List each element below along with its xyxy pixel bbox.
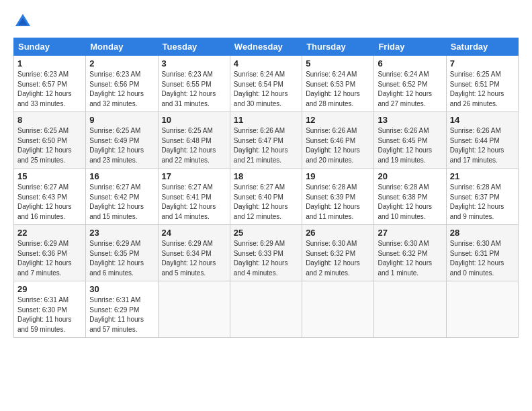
calendar-cell: 3Sunrise: 6:23 AM Sunset: 6:55 PM Daylig… bbox=[158, 56, 230, 112]
day-info: Sunrise: 6:26 AM Sunset: 6:47 PM Dayligh… bbox=[234, 126, 298, 165]
day-number: 22 bbox=[17, 228, 82, 238]
day-info: Sunrise: 6:26 AM Sunset: 6:44 PM Dayligh… bbox=[450, 126, 515, 165]
day-number: 21 bbox=[450, 171, 515, 181]
day-number: 16 bbox=[89, 171, 154, 181]
day-info: Sunrise: 6:28 AM Sunset: 6:38 PM Dayligh… bbox=[378, 183, 442, 222]
logo-icon bbox=[13, 12, 32, 31]
day-number: 2 bbox=[89, 58, 154, 68]
day-number: 20 bbox=[378, 171, 442, 181]
calendar-cell: 26Sunrise: 6:30 AM Sunset: 6:32 PM Dayli… bbox=[302, 225, 374, 281]
day-info: Sunrise: 6:29 AM Sunset: 6:35 PM Dayligh… bbox=[89, 239, 154, 278]
day-number: 8 bbox=[17, 115, 82, 125]
calendar-cell: 10Sunrise: 6:25 AM Sunset: 6:48 PM Dayli… bbox=[158, 112, 230, 169]
day-info: Sunrise: 6:23 AM Sunset: 6:57 PM Dayligh… bbox=[17, 70, 82, 109]
calendar-cell bbox=[302, 281, 374, 338]
day-info: Sunrise: 6:24 AM Sunset: 6:52 PM Dayligh… bbox=[378, 70, 442, 109]
day-info: Sunrise: 6:27 AM Sunset: 6:41 PM Dayligh… bbox=[162, 183, 226, 222]
day-info: Sunrise: 6:27 AM Sunset: 6:42 PM Dayligh… bbox=[89, 183, 154, 222]
calendar-header-saturday: Saturday bbox=[446, 38, 518, 56]
calendar-cell: 2Sunrise: 6:23 AM Sunset: 6:56 PM Daylig… bbox=[86, 56, 158, 112]
day-info: Sunrise: 6:29 AM Sunset: 6:34 PM Dayligh… bbox=[162, 239, 226, 278]
calendar-header-tuesday: Tuesday bbox=[158, 38, 230, 56]
day-info: Sunrise: 6:24 AM Sunset: 6:53 PM Dayligh… bbox=[306, 70, 370, 109]
calendar-cell: 23Sunrise: 6:29 AM Sunset: 6:35 PM Dayli… bbox=[86, 225, 158, 281]
calendar-header-monday: Monday bbox=[86, 38, 158, 56]
day-info: Sunrise: 6:23 AM Sunset: 6:55 PM Dayligh… bbox=[162, 70, 226, 109]
calendar-cell: 17Sunrise: 6:27 AM Sunset: 6:41 PM Dayli… bbox=[158, 169, 230, 225]
calendar-cell: 11Sunrise: 6:26 AM Sunset: 6:47 PM Dayli… bbox=[230, 112, 302, 169]
calendar-cell: 24Sunrise: 6:29 AM Sunset: 6:34 PM Dayli… bbox=[158, 225, 230, 281]
calendar-cell: 1Sunrise: 6:23 AM Sunset: 6:57 PM Daylig… bbox=[14, 56, 86, 112]
calendar-cell: 4Sunrise: 6:24 AM Sunset: 6:54 PM Daylig… bbox=[230, 56, 302, 112]
day-info: Sunrise: 6:30 AM Sunset: 6:31 PM Dayligh… bbox=[450, 239, 515, 278]
day-info: Sunrise: 6:29 AM Sunset: 6:33 PM Dayligh… bbox=[234, 239, 298, 278]
day-number: 5 bbox=[306, 58, 370, 68]
day-number: 7 bbox=[450, 58, 515, 68]
day-number: 12 bbox=[306, 115, 370, 125]
calendar-cell: 6Sunrise: 6:24 AM Sunset: 6:52 PM Daylig… bbox=[374, 56, 446, 112]
calendar-cell: 8Sunrise: 6:25 AM Sunset: 6:50 PM Daylig… bbox=[14, 112, 86, 169]
calendar-cell bbox=[158, 281, 230, 338]
day-number: 29 bbox=[17, 284, 82, 294]
day-number: 13 bbox=[378, 115, 442, 125]
calendar-cell: 5Sunrise: 6:24 AM Sunset: 6:53 PM Daylig… bbox=[302, 56, 374, 112]
calendar-cell bbox=[446, 281, 518, 338]
day-number: 1 bbox=[17, 58, 82, 68]
calendar-header-thursday: Thursday bbox=[302, 38, 374, 56]
day-info: Sunrise: 6:30 AM Sunset: 6:32 PM Dayligh… bbox=[378, 239, 442, 278]
calendar-cell: 25Sunrise: 6:29 AM Sunset: 6:33 PM Dayli… bbox=[230, 225, 302, 281]
day-info: Sunrise: 6:30 AM Sunset: 6:32 PM Dayligh… bbox=[306, 239, 370, 278]
day-info: Sunrise: 6:25 AM Sunset: 6:51 PM Dayligh… bbox=[450, 70, 515, 109]
day-number: 26 bbox=[306, 228, 370, 238]
calendar-cell: 21Sunrise: 6:28 AM Sunset: 6:37 PM Dayli… bbox=[446, 169, 518, 225]
day-number: 25 bbox=[234, 228, 298, 238]
day-info: Sunrise: 6:28 AM Sunset: 6:39 PM Dayligh… bbox=[306, 183, 370, 222]
day-info: Sunrise: 6:27 AM Sunset: 6:40 PM Dayligh… bbox=[234, 183, 298, 222]
day-info: Sunrise: 6:25 AM Sunset: 6:50 PM Dayligh… bbox=[17, 126, 82, 165]
calendar-cell: 27Sunrise: 6:30 AM Sunset: 6:32 PM Dayli… bbox=[374, 225, 446, 281]
day-number: 23 bbox=[89, 228, 154, 238]
calendar-cell: 15Sunrise: 6:27 AM Sunset: 6:43 PM Dayli… bbox=[14, 169, 86, 225]
calendar-week-1: 1Sunrise: 6:23 AM Sunset: 6:57 PM Daylig… bbox=[14, 56, 519, 112]
day-number: 27 bbox=[378, 228, 442, 238]
day-number: 10 bbox=[162, 115, 226, 125]
day-number: 18 bbox=[234, 171, 298, 181]
calendar-header-row: SundayMondayTuesdayWednesdayThursdayFrid… bbox=[14, 38, 519, 56]
day-number: 14 bbox=[450, 115, 515, 125]
day-info: Sunrise: 6:27 AM Sunset: 6:43 PM Dayligh… bbox=[17, 183, 82, 222]
day-info: Sunrise: 6:25 AM Sunset: 6:49 PM Dayligh… bbox=[89, 126, 154, 165]
calendar-week-5: 29Sunrise: 6:31 AM Sunset: 6:30 PM Dayli… bbox=[14, 281, 519, 338]
calendar-cell: 9Sunrise: 6:25 AM Sunset: 6:49 PM Daylig… bbox=[86, 112, 158, 169]
day-number: 24 bbox=[162, 228, 226, 238]
day-number: 9 bbox=[89, 115, 154, 125]
day-info: Sunrise: 6:31 AM Sunset: 6:30 PM Dayligh… bbox=[17, 295, 82, 334]
calendar-week-2: 8Sunrise: 6:25 AM Sunset: 6:50 PM Daylig… bbox=[14, 112, 519, 169]
calendar-header-friday: Friday bbox=[374, 38, 446, 56]
day-info: Sunrise: 6:24 AM Sunset: 6:54 PM Dayligh… bbox=[234, 70, 298, 109]
calendar-cell: 7Sunrise: 6:25 AM Sunset: 6:51 PM Daylig… bbox=[446, 56, 518, 112]
calendar-week-3: 15Sunrise: 6:27 AM Sunset: 6:43 PM Dayli… bbox=[14, 169, 519, 225]
day-info: Sunrise: 6:31 AM Sunset: 6:29 PM Dayligh… bbox=[89, 295, 154, 334]
logo bbox=[13, 12, 35, 31]
day-info: Sunrise: 6:29 AM Sunset: 6:36 PM Dayligh… bbox=[17, 239, 82, 278]
day-number: 3 bbox=[162, 58, 226, 68]
calendar-cell: 12Sunrise: 6:26 AM Sunset: 6:46 PM Dayli… bbox=[302, 112, 374, 169]
day-info: Sunrise: 6:23 AM Sunset: 6:56 PM Dayligh… bbox=[89, 70, 154, 109]
calendar-cell: 18Sunrise: 6:27 AM Sunset: 6:40 PM Dayli… bbox=[230, 169, 302, 225]
day-info: Sunrise: 6:26 AM Sunset: 6:45 PM Dayligh… bbox=[378, 126, 442, 165]
calendar-cell: 13Sunrise: 6:26 AM Sunset: 6:45 PM Dayli… bbox=[374, 112, 446, 169]
calendar-week-4: 22Sunrise: 6:29 AM Sunset: 6:36 PM Dayli… bbox=[14, 225, 519, 281]
calendar-page: SundayMondayTuesdayWednesdayThursdayFrid… bbox=[0, 0, 532, 345]
calendar-cell: 14Sunrise: 6:26 AM Sunset: 6:44 PM Dayli… bbox=[446, 112, 518, 169]
day-info: Sunrise: 6:28 AM Sunset: 6:37 PM Dayligh… bbox=[450, 183, 515, 222]
day-number: 6 bbox=[378, 58, 442, 68]
day-number: 30 bbox=[89, 284, 154, 294]
day-info: Sunrise: 6:26 AM Sunset: 6:46 PM Dayligh… bbox=[306, 126, 370, 165]
day-number: 17 bbox=[162, 171, 226, 181]
calendar-table: SundayMondayTuesdayWednesdayThursdayFrid… bbox=[13, 38, 519, 338]
calendar-header-sunday: Sunday bbox=[14, 38, 86, 56]
calendar-cell: 28Sunrise: 6:30 AM Sunset: 6:31 PM Dayli… bbox=[446, 225, 518, 281]
day-number: 28 bbox=[450, 228, 515, 238]
calendar-cell: 22Sunrise: 6:29 AM Sunset: 6:36 PM Dayli… bbox=[14, 225, 86, 281]
calendar-cell: 19Sunrise: 6:28 AM Sunset: 6:39 PM Dayli… bbox=[302, 169, 374, 225]
